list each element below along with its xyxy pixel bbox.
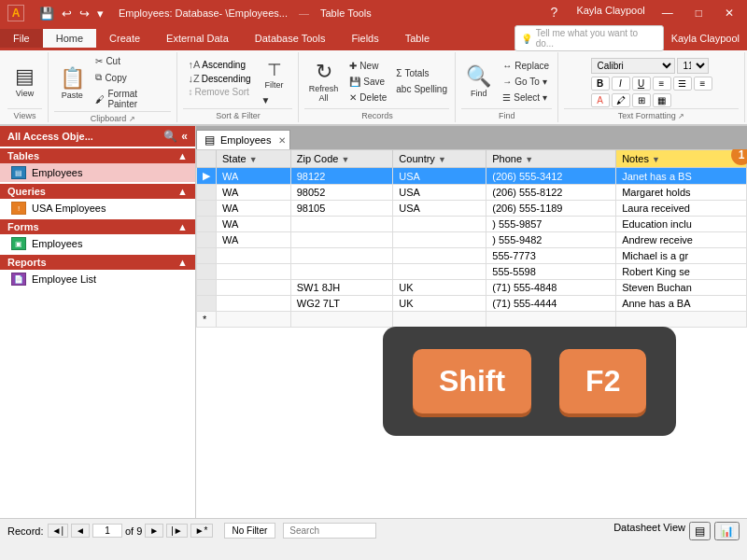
format-painter-button[interactable]: 🖌Format Painter: [92, 87, 171, 111]
cell-country[interactable]: [393, 217, 486, 232]
cell-phone[interactable]: ) 555-9482: [486, 232, 616, 248]
underline-button[interactable]: U: [632, 77, 651, 91]
save-button[interactable]: 💾: [37, 5, 56, 22]
cut-button[interactable]: ✂Cut: [92, 54, 171, 68]
cell-zip[interactable]: 98052: [290, 185, 393, 201]
cell-phone[interactable]: (71) 555-4444: [486, 296, 616, 312]
close-button[interactable]: ✕: [719, 5, 740, 21]
cell-zip[interactable]: [290, 217, 393, 232]
right-align-button[interactable]: ≡: [694, 77, 712, 91]
nav-section-forms[interactable]: Forms ▲: [0, 219, 195, 234]
doc-tab-employees[interactable]: ▤ Employees ✕: [196, 130, 290, 149]
search-input[interactable]: [283, 523, 376, 539]
select-button[interactable]: ☰Select ▾: [499, 91, 553, 105]
font-selector[interactable]: Calibri: [591, 58, 675, 74]
cell-state[interactable]: WA: [217, 217, 291, 232]
cell-country[interactable]: USA: [393, 185, 486, 201]
new-cell-phone[interactable]: [486, 312, 616, 328]
datasheet-view-button[interactable]: ▤: [689, 522, 711, 540]
nav-item-usa-employees[interactable]: ! USA Employees: [0, 199, 195, 217]
new-cell-state[interactable]: [217, 312, 291, 328]
nav-item-employees-form[interactable]: ▣ Employees: [0, 234, 195, 253]
cell-country[interactable]: UK: [393, 280, 486, 296]
cell-notes[interactable]: Robert King se: [616, 264, 747, 280]
cell-state[interactable]: WA: [217, 168, 291, 185]
tab-database-tools[interactable]: Database Tools: [242, 29, 339, 48]
delete-record-button[interactable]: ✕Delete: [345, 91, 390, 105]
new-cell-notes[interactable]: [616, 312, 747, 328]
help-button[interactable]: ?: [551, 5, 558, 21]
doc-tab-close-button[interactable]: ✕: [278, 135, 286, 146]
cell-country[interactable]: USA: [393, 201, 486, 217]
table-row[interactable]: 555-7773 Michael is a gr: [197, 248, 747, 264]
redo-button[interactable]: ↪: [78, 5, 92, 22]
goto-button[interactable]: →Go To ▾: [499, 75, 553, 89]
highlight-button[interactable]: 🖍: [612, 93, 630, 107]
italic-button[interactable]: I: [612, 77, 630, 91]
cell-notes[interactable]: Anne has a BA: [616, 296, 747, 312]
font-size-selector[interactable]: 11: [677, 58, 709, 74]
cell-phone[interactable]: (206) 555-1189: [486, 201, 616, 217]
cell-phone[interactable]: (206) 555-3412: [486, 168, 616, 185]
cell-zip[interactable]: 98105: [290, 201, 393, 217]
maximize-button[interactable]: □: [690, 5, 708, 21]
table-row[interactable]: WA ) 555-9482 Andrew receive: [197, 232, 747, 248]
cell-country[interactable]: UK: [393, 296, 486, 312]
cell-zip[interactable]: 98122: [290, 168, 393, 185]
cell-notes[interactable]: Education inclu: [616, 217, 747, 232]
nav-item-employees-table[interactable]: ▤ Employees: [0, 163, 195, 182]
cell-zip[interactable]: WG2 7LT: [290, 296, 393, 312]
prev-record-button[interactable]: ◄: [71, 524, 90, 538]
qa-dropdown-button[interactable]: ▾: [95, 5, 106, 22]
last-record-button[interactable]: |►: [166, 524, 188, 538]
col-header-country[interactable]: Country ▼: [393, 150, 486, 168]
remove-sort-button[interactable]: ↕ Remove Sort: [185, 86, 253, 98]
table-row[interactable]: 555-5598 Robert King se: [197, 264, 747, 280]
nav-section-reports[interactable]: Reports ▲: [0, 255, 195, 270]
paste-button[interactable]: 📋 Paste: [54, 63, 90, 103]
nav-section-tables[interactable]: Tables ▲: [0, 148, 195, 163]
nav-item-employee-list[interactable]: 📄 Employee List: [0, 270, 195, 288]
center-align-button[interactable]: ☰: [673, 77, 692, 91]
table-row[interactable]: WA 98105 USA (206) 555-1189 Laura receiv…: [197, 201, 747, 217]
new-cell-zip[interactable]: [290, 312, 393, 328]
cell-state[interactable]: WA: [217, 185, 291, 201]
new-record-row[interactable]: *: [197, 312, 747, 328]
table-row[interactable]: WA ) 555-9857 Education inclu: [197, 217, 747, 232]
new-record-nav-button[interactable]: ►*: [190, 524, 213, 538]
cell-state[interactable]: WA: [217, 201, 291, 217]
new-cell-country[interactable]: [393, 312, 486, 328]
cell-state[interactable]: WA: [217, 232, 291, 248]
undo-button[interactable]: ↩: [60, 5, 74, 22]
filter-button[interactable]: ⊤ Filter: [258, 58, 291, 91]
descending-button[interactable]: ↓Z Descending: [185, 72, 253, 85]
col-header-notes[interactable]: Notes ▼ 1: [616, 150, 747, 168]
refresh-button[interactable]: ↻ RefreshAll: [303, 57, 345, 105]
cell-state[interactable]: [217, 264, 291, 280]
copy-button[interactable]: ⧉Copy: [92, 70, 171, 85]
pivot-view-button[interactable]: 📊: [714, 522, 740, 540]
gridlines-button[interactable]: ⊞: [632, 93, 651, 107]
font-color-button[interactable]: A: [591, 93, 610, 107]
cell-phone[interactable]: (71) 555-4848: [486, 280, 616, 296]
cell-notes[interactable]: Laura received: [616, 201, 747, 217]
table-row[interactable]: SW1 8JH UK (71) 555-4848 Steven Buchan: [197, 280, 747, 296]
first-record-button[interactable]: ◄|: [48, 524, 69, 538]
tab-table[interactable]: Table: [392, 29, 443, 48]
cell-phone[interactable]: 555-5598: [486, 264, 616, 280]
no-filter-label[interactable]: No Filter: [224, 523, 276, 539]
totals-button[interactable]: ΣTotals: [392, 66, 451, 80]
col-header-state[interactable]: State ▼: [217, 150, 291, 168]
table-row[interactable]: WA 98052 USA (206) 555-8122 Margaret hol…: [197, 185, 747, 201]
cell-notes[interactable]: Michael is a gr: [616, 248, 747, 264]
find-button[interactable]: 🔍 Find: [460, 62, 497, 101]
cell-state[interactable]: [217, 280, 291, 296]
cell-zip[interactable]: [290, 248, 393, 264]
cell-country[interactable]: [393, 232, 486, 248]
cell-phone[interactable]: 555-7773: [486, 248, 616, 264]
cell-country[interactable]: [393, 248, 486, 264]
minimize-button[interactable]: —: [656, 5, 679, 21]
col-header-phone[interactable]: Phone ▼: [486, 150, 616, 168]
left-align-button[interactable]: ≡: [653, 77, 671, 91]
bold-button[interactable]: B: [591, 77, 610, 91]
